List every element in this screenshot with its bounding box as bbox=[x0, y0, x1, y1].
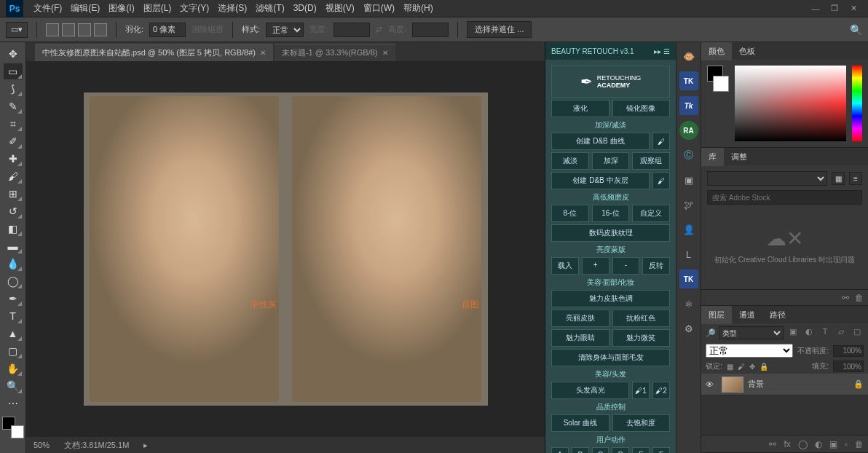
gear-icon[interactable]: ⚙ bbox=[679, 319, 698, 338]
user-action-button[interactable]: B bbox=[572, 447, 589, 453]
menu-item[interactable]: 帮助(H) bbox=[399, 0, 438, 16]
restore-button[interactable]: ❐ bbox=[826, 2, 843, 15]
layer-name[interactable]: 背景 bbox=[748, 379, 764, 390]
document-tab[interactable]: 未标题-1 @ 33.3%(RGB/8)✕ bbox=[275, 44, 395, 61]
create-db-gray-button[interactable]: 创建 D&B 中灰层 bbox=[551, 172, 650, 189]
tool-preset[interactable]: ▭▾ bbox=[6, 22, 28, 38]
marquee-tool[interactable]: ▭ bbox=[4, 63, 23, 79]
desaturate-button[interactable]: 去饱和度 bbox=[612, 414, 671, 432]
selection-add-icon[interactable] bbox=[62, 23, 75, 36]
brush-1-icon[interactable]: 🖌1 bbox=[632, 382, 650, 399]
user-action-button[interactable]: D bbox=[612, 447, 629, 453]
new-layer-icon[interactable]: ▫ bbox=[845, 439, 848, 449]
lock-trans-icon[interactable]: ▦ bbox=[727, 363, 733, 371]
lock-all-icon[interactable]: 🔒 bbox=[760, 363, 768, 371]
tab-layers[interactable]: 图层 bbox=[701, 306, 732, 324]
brush-tool[interactable]: 🖌 bbox=[4, 168, 23, 184]
liquify-button[interactable]: 液化 bbox=[551, 100, 609, 117]
hand-tool[interactable]: ✋ bbox=[4, 361, 23, 377]
plus-button[interactable]: + bbox=[582, 257, 609, 275]
document-tab[interactable]: 中性灰修图原图来自站酷.psd @ 50% (图层 5 拷贝, RGB/8#)✕ bbox=[35, 44, 273, 61]
tk-italic-icon[interactable]: Tk bbox=[679, 96, 698, 115]
stock-search-input[interactable] bbox=[707, 190, 862, 205]
tab-libraries[interactable]: 库 bbox=[701, 148, 724, 166]
create-db-curves-button[interactable]: 创建 D&B 曲线 bbox=[551, 133, 650, 150]
observe-group-button[interactable]: 观察组 bbox=[632, 152, 670, 170]
grid-view-icon[interactable]: ▦ bbox=[832, 172, 845, 185]
tab-swatches[interactable]: 色板 bbox=[732, 42, 762, 60]
burn-button[interactable]: 加深 bbox=[592, 152, 630, 170]
f-square-icon[interactable]: ▣ bbox=[679, 170, 698, 189]
bright-skin-button[interactable]: 亮丽皮肤 bbox=[551, 310, 609, 327]
invert-button[interactable]: 反转 bbox=[642, 257, 670, 275]
document-size[interactable]: 文档:3.81M/25.1M bbox=[64, 440, 129, 451]
layer-row[interactable]: 👁 背景 🔒 bbox=[701, 374, 868, 395]
menu-item[interactable]: 图像(I) bbox=[104, 0, 138, 16]
tab-color[interactable]: 颜色 bbox=[701, 42, 732, 60]
menu-item[interactable]: 选择(S) bbox=[213, 0, 251, 16]
edit-toolbar[interactable]: ⋯ bbox=[4, 395, 23, 411]
ra-panel-icon[interactable]: RA bbox=[679, 121, 698, 140]
eraser-tool[interactable]: ◧ bbox=[4, 221, 23, 237]
document-canvas[interactable]: 中性灰 原图 bbox=[84, 92, 488, 406]
close-button[interactable]: ✕ bbox=[845, 2, 862, 15]
list-view-icon[interactable]: ≡ bbox=[849, 172, 862, 185]
mirror-button[interactable]: 镜化图像 bbox=[612, 100, 671, 117]
filter-adjust-icon[interactable]: ◐ bbox=[802, 327, 816, 339]
filter-type-icon[interactable]: T bbox=[818, 327, 832, 339]
user-action-button[interactable]: C bbox=[592, 447, 609, 453]
stamp-tool[interactable]: ⊞ bbox=[4, 186, 23, 202]
link-layers-icon[interactable]: ⚯ bbox=[769, 439, 776, 449]
custom-button[interactable]: 自定义 bbox=[632, 205, 670, 222]
filter-kind-select[interactable]: 类型 bbox=[719, 326, 784, 339]
move-tool[interactable]: ✥ bbox=[4, 46, 23, 62]
selection-new-icon[interactable] bbox=[46, 23, 59, 36]
selection-subtract-icon[interactable] bbox=[78, 23, 91, 36]
dodge-tool[interactable]: ◯ bbox=[4, 273, 23, 289]
bird-icon[interactable]: 🕊 bbox=[679, 195, 698, 214]
menu-item[interactable]: 编辑(E) bbox=[66, 0, 104, 16]
user-action-button[interactable]: F bbox=[652, 447, 670, 453]
solar-curve-button[interactable]: Solar 曲线 bbox=[551, 414, 609, 432]
menu-item[interactable]: 文件(F) bbox=[29, 0, 66, 16]
select-and-mask-button[interactable]: 选择并遮住 ... bbox=[467, 21, 532, 38]
hue-slider[interactable] bbox=[852, 66, 862, 141]
blur-tool[interactable]: 💧 bbox=[4, 256, 23, 272]
blend-mode-select[interactable]: 正常 bbox=[706, 344, 793, 358]
atom-icon[interactable]: ⚛ bbox=[679, 294, 698, 313]
brush-icon-2[interactable]: 🖌 bbox=[652, 172, 670, 189]
lock-pos-icon[interactable]: ✥ bbox=[749, 363, 755, 371]
remove-hair-button[interactable]: 清除身体与面部毛发 bbox=[551, 349, 670, 366]
healing-tool[interactable]: ✚ bbox=[4, 151, 23, 167]
trash-icon[interactable]: 🗑 bbox=[855, 293, 864, 303]
adjustment-icon[interactable]: ◐ bbox=[815, 439, 822, 449]
eyedropper-tool[interactable]: ✐ bbox=[4, 133, 23, 149]
panel-collapse-icon[interactable]: ▸▸ ☰ bbox=[654, 47, 670, 55]
pen-tool[interactable]: ✒ bbox=[4, 291, 23, 307]
minimize-button[interactable]: — bbox=[807, 2, 824, 15]
user-action-button[interactable]: E bbox=[632, 447, 650, 453]
16bit-button[interactable]: 16-位 bbox=[592, 205, 630, 222]
lasso-tool[interactable]: ⟆ bbox=[4, 81, 23, 97]
zoom-tool[interactable]: 🔍 bbox=[4, 378, 23, 394]
search-icon[interactable]: 🔍 bbox=[850, 24, 862, 36]
zoom-level[interactable]: 50% bbox=[33, 441, 50, 449]
path-select-tool[interactable]: ▲ bbox=[4, 326, 23, 342]
tk-panel-icon[interactable]: TK bbox=[679, 71, 698, 90]
anti-pink-button[interactable]: 抗粉红色 bbox=[612, 310, 671, 327]
load-button[interactable]: 载入 bbox=[551, 257, 579, 275]
feather-input[interactable] bbox=[149, 23, 186, 37]
glamour-skin-tone-button[interactable]: 魅力皮肤色调 bbox=[551, 290, 670, 307]
lock-paint-icon[interactable]: 🖌 bbox=[738, 363, 745, 371]
tab-paths[interactable]: 路径 bbox=[762, 306, 793, 324]
mask-icon[interactable]: ◯ bbox=[798, 439, 808, 449]
monkey-icon[interactable]: 🐵 bbox=[679, 47, 698, 66]
shape-tool[interactable]: ▢ bbox=[4, 343, 23, 359]
user-action-button[interactable]: A bbox=[551, 447, 569, 453]
glamour-smile-button[interactable]: 魅力微笑 bbox=[612, 329, 671, 347]
visibility-icon[interactable]: 👁 bbox=[706, 380, 717, 389]
layer-thumbnail[interactable] bbox=[722, 377, 743, 393]
menu-item[interactable]: 滤镜(T) bbox=[251, 0, 288, 16]
gradient-tool[interactable]: ▬ bbox=[4, 238, 23, 254]
close-tab-icon[interactable]: ✕ bbox=[260, 49, 266, 57]
